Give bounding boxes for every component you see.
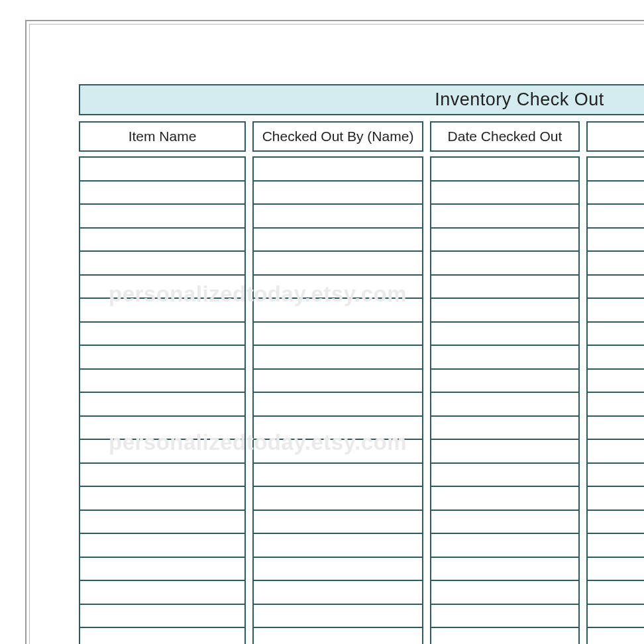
- table-cell: [588, 393, 644, 417]
- table-title: Inventory Check Out: [79, 84, 644, 115]
- column-body: [79, 156, 246, 644]
- column-body: [252, 156, 423, 644]
- table-cell: [431, 323, 578, 347]
- table-cell: [431, 440, 578, 464]
- table-cell: [254, 417, 422, 441]
- table-cell: [80, 205, 244, 229]
- table-cell: [254, 346, 422, 370]
- table-cell: [431, 252, 578, 276]
- table-cell: [431, 464, 578, 488]
- table-cell: [254, 370, 422, 394]
- table-cell: [254, 323, 422, 347]
- table-cell: [588, 487, 644, 511]
- column-header: Da: [586, 121, 644, 152]
- table-cell: [80, 487, 244, 511]
- table-cell: [588, 158, 644, 182]
- table-cell: [588, 534, 644, 558]
- table-cell: [431, 581, 578, 605]
- table-cell: [80, 417, 244, 441]
- table-cell: [254, 229, 422, 252]
- table-cell: [588, 558, 644, 582]
- table-cell: [80, 464, 244, 488]
- table-cell: [431, 276, 578, 299]
- table-cell: [254, 558, 422, 582]
- table-cell: [80, 182, 244, 205]
- table-cell: [80, 299, 244, 323]
- table-cell: [254, 605, 422, 629]
- table-cell: [431, 299, 578, 323]
- table-cell: [254, 299, 422, 323]
- table-cell: [254, 276, 422, 299]
- table-title-text: Inventory Check Out: [435, 89, 604, 110]
- table-cell: [431, 229, 578, 252]
- table-cell: [588, 229, 644, 252]
- table-cell: [80, 252, 244, 276]
- table-cell: [80, 558, 244, 582]
- table-cell: [80, 581, 244, 605]
- table-cell: [431, 487, 578, 511]
- table-columns: Item Name Checked Out By (Name) Date Che…: [79, 121, 644, 644]
- table-cell: [431, 205, 578, 229]
- table-cell: [588, 205, 644, 229]
- table-cell: [80, 276, 244, 299]
- table-cell: [588, 628, 644, 644]
- table-cell: [254, 252, 422, 276]
- table-cell: [80, 346, 244, 370]
- column-header: Item Name: [79, 121, 246, 152]
- table-cell: [254, 393, 422, 417]
- column-date-checked-out: Date Checked Out: [430, 121, 580, 644]
- table-cell: [431, 628, 578, 644]
- column-partial: Da: [586, 121, 644, 644]
- column-item-name: Item Name: [79, 121, 246, 644]
- table-cell: [431, 346, 578, 370]
- table-cell: [588, 370, 644, 394]
- table-cell: [80, 605, 244, 629]
- table-cell: [431, 605, 578, 629]
- table-cell: [254, 158, 422, 182]
- table-cell: [431, 511, 578, 535]
- table-cell: [254, 182, 422, 205]
- table-cell: [80, 628, 244, 644]
- table-cell: [80, 511, 244, 535]
- table-cell: [80, 393, 244, 417]
- table-cell: [254, 581, 422, 605]
- column-body: [430, 156, 580, 644]
- table-cell: [254, 534, 422, 558]
- table-cell: [588, 276, 644, 299]
- table-cell: [588, 581, 644, 605]
- table-cell: [80, 323, 244, 347]
- table-cell: [431, 534, 578, 558]
- table-cell: [254, 487, 422, 511]
- table-cell: [588, 511, 644, 535]
- table-cell: [588, 323, 644, 347]
- table-cell: [254, 464, 422, 488]
- table-cell: [431, 558, 578, 582]
- column-header: Checked Out By (Name): [252, 121, 423, 152]
- column-body: [586, 156, 644, 644]
- column-checked-out-by: Checked Out By (Name): [252, 121, 423, 644]
- table-cell: [80, 370, 244, 394]
- table-cell: [431, 370, 578, 394]
- table-cell: [80, 158, 244, 182]
- table-cell: [588, 605, 644, 629]
- table-cell: [254, 440, 422, 464]
- table-cell: [588, 182, 644, 205]
- table-cell: [431, 393, 578, 417]
- table-cell: [254, 511, 422, 535]
- table-cell: [254, 205, 422, 229]
- column-header-label: Checked Out By (Name): [262, 129, 414, 144]
- table-cell: [588, 464, 644, 488]
- table-cell: [588, 417, 644, 441]
- table-cell: [431, 417, 578, 441]
- table-cell: [431, 182, 578, 205]
- column-header-label: Item Name: [129, 129, 197, 144]
- table-cell: [431, 158, 578, 182]
- table-cell: [254, 628, 422, 644]
- table-cell: [588, 346, 644, 370]
- column-header-label: Date Checked Out: [448, 129, 563, 144]
- table-cell: [80, 534, 244, 558]
- table-cell: [588, 252, 644, 276]
- document-page: Inventory Check Out Item Name Checked Ou…: [29, 24, 644, 644]
- document-outer-frame: Inventory Check Out Item Name Checked Ou…: [25, 20, 644, 644]
- table-cell: [80, 440, 244, 464]
